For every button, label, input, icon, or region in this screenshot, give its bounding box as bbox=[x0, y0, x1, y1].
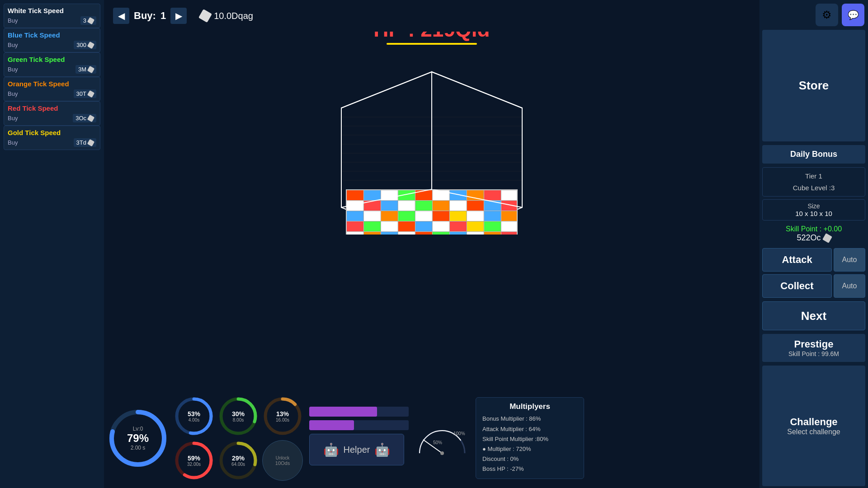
attack-button[interactable]: Attack bbox=[762, 248, 832, 272]
svg-rect-53 bbox=[347, 232, 363, 235]
currency-cube-icon-right bbox=[822, 233, 832, 243]
upgrade-orange-buy-value[interactable]: 30T bbox=[74, 89, 96, 98]
upgrade-green-buy-label: Buy bbox=[8, 66, 18, 73]
svg-rect-28 bbox=[433, 201, 449, 211]
right-panel: ⚙ 💬 Store Daily Bonus Tier 1 Cube Level … bbox=[760, 0, 868, 488]
mult-row-1: Attack Multiplier : 64% bbox=[482, 424, 577, 434]
daily-bonus-section[interactable]: Daily Bonus bbox=[762, 145, 865, 164]
svg-rect-20 bbox=[467, 190, 484, 200]
svg-rect-36 bbox=[398, 211, 415, 221]
upgrade-orange-title: Orange Tick Speed bbox=[8, 80, 96, 88]
bottom-bar: Lv:0 79% 2.00 s 53% 4.00s 30% 8 bbox=[104, 389, 760, 488]
upgrade-blue-buy-value[interactable]: 300 bbox=[74, 41, 96, 49]
svg-rect-13 bbox=[347, 190, 363, 200]
svg-rect-42 bbox=[501, 211, 517, 221]
currency-display: 10.0Dqag bbox=[200, 11, 253, 21]
buy-increase-button[interactable]: ▶ bbox=[170, 8, 187, 24]
mult-row-2: Skill Point Multiplier :80% bbox=[482, 434, 577, 444]
upgrade-orange[interactable]: Orange Tick Speed Buy 30T bbox=[4, 77, 100, 101]
collect-button[interactable]: Collect bbox=[762, 274, 832, 298]
upgrade-orange-buy-label: Buy bbox=[8, 90, 18, 97]
mult-row-4: Discount : 0% bbox=[482, 454, 577, 464]
svg-rect-18 bbox=[433, 190, 449, 200]
ring-unlock[interactable]: Unlock 10Ods bbox=[262, 440, 303, 481]
upgrade-white-buy-value[interactable]: 3 bbox=[80, 16, 96, 25]
helper-button[interactable]: 🤖 Helper 🤖 bbox=[309, 434, 404, 465]
size-label: Size bbox=[765, 202, 862, 210]
next-button[interactable]: Next bbox=[762, 301, 865, 330]
small-rings-grid: 53% 4.00s 30% 8.00s 13% 16.00s bbox=[174, 396, 303, 481]
buy-control: ◀ Buy: 1 ▶ bbox=[113, 8, 187, 24]
ring-blue-text: 53% 4.00s bbox=[188, 410, 200, 422]
upgrade-blue[interactable]: Blue Tick Speed Buy 300 bbox=[4, 28, 100, 52]
upgrade-red-buy-value[interactable]: 3Oc bbox=[73, 114, 96, 122]
svg-rect-45 bbox=[381, 221, 398, 231]
top-bar: ◀ Buy: 1 ▶ 10.0Dqag bbox=[104, 0, 760, 32]
challenge-sub: Select challenge bbox=[767, 428, 861, 436]
svg-rect-54 bbox=[364, 232, 381, 235]
ring-yellow-text: 29% 64.00s bbox=[231, 455, 245, 467]
upgrade-blue-title: Blue Tick Speed bbox=[8, 31, 96, 39]
speedometer-100-label: 100% bbox=[453, 431, 465, 436]
cube-icon-gold bbox=[87, 139, 94, 146]
buy-label: Buy: bbox=[134, 10, 156, 22]
svg-rect-46 bbox=[398, 221, 415, 231]
upgrade-red[interactable]: Red Tick Speed Buy 3Oc bbox=[4, 101, 100, 126]
cube-level-label: Cube Level :3 bbox=[765, 182, 862, 194]
unlock-label: Unlock bbox=[276, 455, 290, 460]
size-value: 10 x 10 x 10 bbox=[765, 210, 862, 217]
upgrade-gold-buy-value[interactable]: 3Td bbox=[74, 138, 96, 147]
collect-auto-button[interactable]: Auto bbox=[834, 274, 865, 298]
svg-rect-14 bbox=[364, 190, 381, 200]
svg-marker-78 bbox=[432, 72, 522, 207]
prestige-panel[interactable]: Prestige Skill Point : 99.6M bbox=[762, 334, 865, 362]
upgrade-white[interactable]: White Tick Speed Buy 3 bbox=[4, 4, 100, 28]
helper-icon-right: 🤖 bbox=[374, 442, 390, 457]
discord-button[interactable]: 💬 bbox=[842, 4, 864, 26]
upgrade-green[interactable]: Green Tick Speed Buy 3M bbox=[4, 52, 100, 77]
svg-rect-52 bbox=[501, 221, 517, 231]
currency-row: 522Oc bbox=[765, 233, 863, 243]
xp-ring-text: Lv:0 79% 2.00 s bbox=[127, 426, 149, 451]
cube-icon-orange bbox=[87, 90, 94, 97]
svg-rect-49 bbox=[450, 221, 467, 231]
hp-bar bbox=[387, 43, 477, 45]
svg-rect-29 bbox=[450, 201, 467, 211]
svg-rect-51 bbox=[484, 221, 501, 231]
svg-rect-19 bbox=[450, 190, 467, 200]
attack-auto-button[interactable]: Auto bbox=[834, 248, 865, 272]
multipliers-panel: Multiplyers Bonus Multiplier : 86% Attac… bbox=[476, 397, 584, 479]
upgrade-green-title: Green Tick Speed bbox=[8, 56, 96, 63]
challenge-panel[interactable]: Challenge Select challenge bbox=[762, 366, 865, 486]
unlock-button[interactable]: Unlock 10Ods bbox=[262, 440, 303, 481]
xp-percent: 79% bbox=[127, 432, 149, 445]
attack-row: Attack Auto bbox=[762, 248, 865, 272]
svg-rect-34 bbox=[364, 211, 381, 221]
size-panel: Size 10 x 10 x 10 bbox=[762, 199, 865, 221]
svg-rect-61 bbox=[484, 232, 501, 235]
left-panel: White Tick Speed Buy 3 Blue Tick Speed B… bbox=[0, 0, 104, 488]
upgrade-gold[interactable]: Gold Tick Speed Buy 3Td bbox=[4, 126, 100, 150]
multipliers-title: Multiplyers bbox=[482, 402, 577, 411]
discord-icon: 💬 bbox=[848, 9, 859, 20]
svg-rect-60 bbox=[467, 232, 484, 235]
upgrade-white-buy-label: Buy bbox=[8, 17, 18, 24]
svg-rect-62 bbox=[501, 232, 517, 235]
buy-decrease-button[interactable]: ◀ bbox=[113, 8, 129, 24]
svg-rect-27 bbox=[415, 201, 432, 211]
upgrade-gold-buy-label: Buy bbox=[8, 139, 18, 146]
svg-rect-25 bbox=[381, 201, 398, 211]
ring-orange-text: 13% 16.00s bbox=[276, 410, 289, 422]
store-button[interactable]: Store bbox=[762, 30, 865, 141]
currency-cube-icon bbox=[198, 9, 212, 23]
progress-bar-1-fill bbox=[309, 407, 377, 417]
svg-rect-22 bbox=[501, 190, 517, 200]
progress-bar-2 bbox=[309, 420, 409, 430]
svg-rect-48 bbox=[433, 221, 449, 231]
helper-icon: 🤖 bbox=[323, 442, 339, 457]
upgrade-green-buy-value[interactable]: 3M bbox=[75, 65, 96, 74]
settings-button[interactable]: ⚙ bbox=[816, 4, 838, 26]
upgrade-red-title: Red Tick Speed bbox=[8, 104, 96, 112]
xp-lv-label: Lv:0 bbox=[127, 426, 149, 432]
cube-icon-red bbox=[87, 114, 94, 122]
